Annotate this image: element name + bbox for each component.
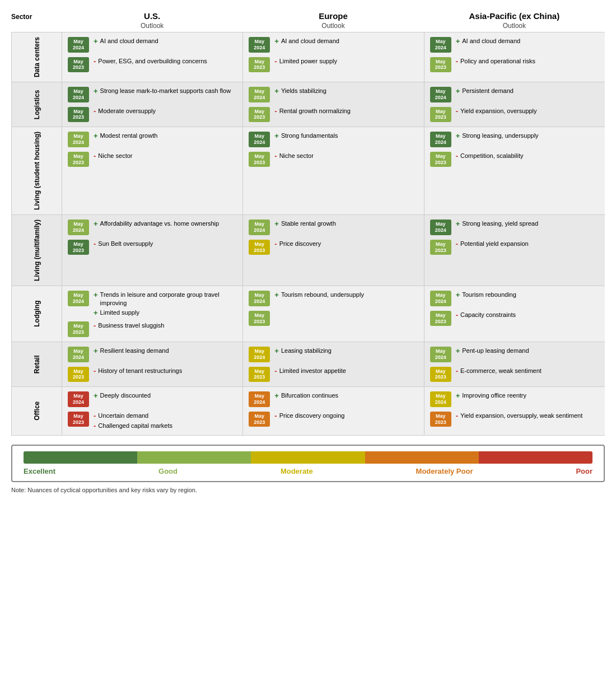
bullet-item: -History of tenant restructurings xyxy=(94,367,237,376)
year-pill-2023: May2023 xyxy=(430,240,451,255)
region-cell: May2024+Strong fundamentalsMay2023-Niche… xyxy=(242,127,423,214)
sector-label: Logistics xyxy=(11,82,62,127)
region-cell: May2024+Trends in leisure and corporate … xyxy=(62,286,242,342)
region-cell: May2024+Strong leasing, undersupplyMay20… xyxy=(424,127,605,214)
region-cell: May2024+Leasing stabilizingMay2023-Limit… xyxy=(242,342,423,386)
year-pill-2023: May2023 xyxy=(249,367,270,382)
bullet-item: +Pent-up leasing demand xyxy=(456,347,599,356)
year-pill-2024: May2024 xyxy=(68,37,89,53)
bullet-item: +Resilient leasing demand xyxy=(94,347,237,356)
legend-good: Good xyxy=(158,467,178,475)
bullet-item: -Business travel sluggish xyxy=(94,321,237,330)
year-pill-2023: May2023 xyxy=(249,311,270,326)
legend-moderately-poor: Moderately Poor xyxy=(416,467,473,475)
bullet-item: +Modest rental growth xyxy=(94,132,237,141)
region-cell: May2024+Modest rental growthMay2023-Nich… xyxy=(62,127,242,214)
year-pill-2023: May2023 xyxy=(430,57,451,73)
year-pill-2023: May2023 xyxy=(430,152,451,167)
sector-row: LogisticsMay2024+Strong lease mark-to-ma… xyxy=(11,82,605,127)
year-pill-2024: May2024 xyxy=(68,347,89,362)
bullet-item: +AI and cloud demand xyxy=(274,37,418,46)
year-pill-2023: May2023 xyxy=(68,367,89,382)
legend: Excellent Good Moderate Moderately Poor … xyxy=(11,445,605,482)
region-cell: May2024+Resilient leasing demandMay2023-… xyxy=(62,342,242,386)
bullet-item: -E-commerce, weak sentiment xyxy=(456,367,599,376)
region-cell: May2024+Pent-up leasing demandMay2023-E-… xyxy=(424,342,605,386)
bullet-item: -Yield expansion, oversupply, weak senti… xyxy=(456,412,599,421)
bullet-item: +Bifurcation continues xyxy=(274,391,418,400)
year-pill-2024: May2024 xyxy=(430,391,451,407)
year-pill-2024: May2024 xyxy=(430,220,451,235)
bullet-item: +Trends in leisure and corporate group t… xyxy=(94,291,237,307)
bullet-item: -Competition, scalability xyxy=(456,152,599,161)
sector-row: Living (multifamily)May2024+Affordabilit… xyxy=(11,214,605,286)
year-pill-2024: May2024 xyxy=(430,132,451,147)
bullet-item: +Yields stabilizing xyxy=(274,87,418,96)
year-pill-2023: May2023 xyxy=(68,107,89,123)
region-cell: May2024+Persistent demandMay2023-Yield e… xyxy=(424,82,605,127)
europe-region-header: Europe xyxy=(242,11,423,21)
bullet-item: -Capacity constraints xyxy=(456,311,599,320)
us-region-header: U.S. xyxy=(62,11,242,21)
year-pill-2024: May2024 xyxy=(68,132,89,147)
bullet-item: -Price discovery xyxy=(274,240,418,249)
main-table: Sector U.S. Europe Asia-Pacific (ex Chin… xyxy=(11,11,605,493)
europe-outlook-label: Outlook xyxy=(242,22,423,30)
sector-column-header: Sector xyxy=(11,11,62,21)
year-pill-2023: May2023 xyxy=(68,240,89,255)
year-pill-2024: May2024 xyxy=(249,291,270,306)
year-pill-2024: May2024 xyxy=(249,347,270,362)
apac-region-header: Asia-Pacific (ex China) xyxy=(424,11,605,21)
sector-label: Office xyxy=(11,387,62,435)
year-pill-2023: May2023 xyxy=(249,240,270,255)
bullet-item: -Uncertain demand xyxy=(94,412,237,421)
year-pill-2023: May2023 xyxy=(430,412,451,427)
region-cell: May2024+Deeply discountedMay2023-Uncerta… xyxy=(62,387,242,435)
region-cell: May2024+Yields stabilizingMay2023-Rental… xyxy=(242,82,423,127)
sector-label: Data centers xyxy=(11,32,62,82)
year-pill-2024: May2024 xyxy=(430,87,451,102)
bullet-item: +Strong fundamentals xyxy=(274,132,418,141)
year-pill-2023: May2023 xyxy=(68,152,89,167)
sector-label: Living (multifamily) xyxy=(11,215,62,286)
bullet-item: -Niche sector xyxy=(94,152,237,161)
bullet-item: +Persistent demand xyxy=(456,87,599,96)
bullet-item: +Strong leasing, yield spread xyxy=(456,220,599,228)
year-pill-2024: May2024 xyxy=(68,391,89,407)
sector-label: Living (student housing) xyxy=(11,127,62,214)
apac-outlook-label: Outlook xyxy=(424,22,605,30)
year-pill-2023: May2023 xyxy=(249,107,270,123)
bullet-item: +Improving office reentry xyxy=(456,391,599,400)
bullet-item: +Limited supply xyxy=(94,309,237,318)
footnote: Note: Nuances of cyclical opportunities … xyxy=(11,487,605,493)
year-pill-2024: May2024 xyxy=(430,291,451,306)
sector-label: Lodging xyxy=(11,286,62,342)
bullet-item: -Yield expansion, oversupply xyxy=(456,107,599,116)
year-pill-2023: May2023 xyxy=(249,152,270,167)
bullet-item: -Niche sector xyxy=(274,152,418,161)
year-pill-2024: May2024 xyxy=(68,220,89,235)
bullet-item: +Stable rental growth xyxy=(274,220,418,228)
sectors-container: Data centersMay2024+AI and cloud demandM… xyxy=(11,32,605,436)
legend-moderate: Moderate xyxy=(281,467,313,475)
region-cell: May2024+Improving office reentryMay2023-… xyxy=(424,387,605,435)
sector-row: RetailMay2024+Resilient leasing demandMa… xyxy=(11,342,605,386)
year-pill-2023: May2023 xyxy=(68,412,89,427)
year-pill-2023: May2023 xyxy=(68,321,89,337)
year-pill-2024: May2024 xyxy=(68,291,89,306)
sector-row: Living (student housing)May2024+Modest r… xyxy=(11,127,605,214)
year-pill-2024: May2024 xyxy=(68,87,89,102)
region-cell: May2024+AI and cloud demandMay2023-Polic… xyxy=(424,32,605,82)
bullet-item: +Strong leasing, undersupply xyxy=(456,132,599,141)
bullet-item: -Sun Belt oversupply xyxy=(94,240,237,249)
year-pill-2024: May2024 xyxy=(249,132,270,147)
bullet-item: -Power, ESG, and overbuilding concerns xyxy=(94,57,237,66)
bullet-item: -Limited investor appetite xyxy=(274,367,418,376)
year-pill-2024: May2024 xyxy=(249,37,270,53)
region-cell: May2024+Tourism reboundingMay2023-Capaci… xyxy=(424,286,605,342)
year-pill-2023: May2023 xyxy=(68,57,89,73)
sector-label: Retail xyxy=(11,342,62,386)
region-cell: May2024+AI and cloud demandMay2023-Power… xyxy=(62,32,242,82)
table-header-top: Sector U.S. Europe Asia-Pacific (ex Chin… xyxy=(11,11,605,21)
bullet-item: +Deeply discounted xyxy=(94,391,237,400)
